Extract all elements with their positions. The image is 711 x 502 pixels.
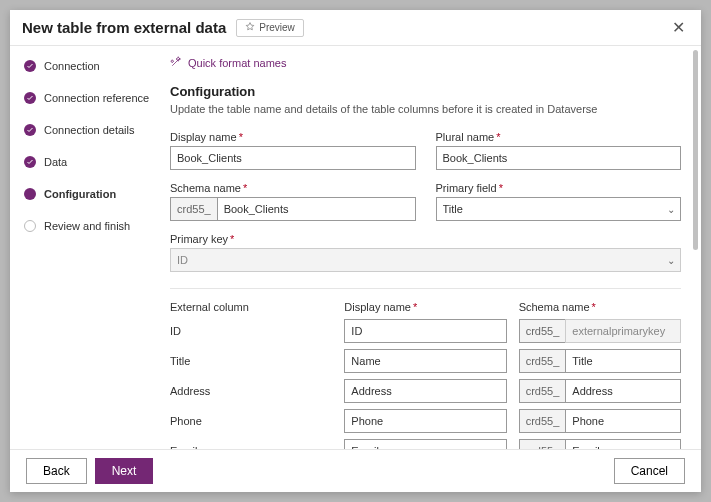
schema-name-label: Schema name* bbox=[170, 182, 416, 194]
col-head-schema: Schema name* bbox=[519, 301, 681, 313]
schema-prefix: crd55_ bbox=[519, 409, 566, 433]
step-label: Connection details bbox=[44, 124, 135, 136]
display-name-input[interactable] bbox=[170, 146, 416, 170]
step-label: Connection reference bbox=[44, 92, 149, 104]
column-schema-name-input bbox=[565, 319, 681, 343]
content: Quick format names Configuration Update … bbox=[160, 46, 701, 449]
cancel-button[interactable]: Cancel bbox=[614, 458, 685, 484]
next-button[interactable]: Next bbox=[95, 458, 154, 484]
schema-prefix: crd55_ bbox=[519, 439, 566, 449]
check-icon bbox=[24, 60, 36, 72]
schema-prefix: crd55_ bbox=[170, 197, 217, 221]
step-connection-reference[interactable]: Connection reference bbox=[24, 92, 150, 104]
primary-field-label: Primary field* bbox=[436, 182, 682, 194]
column-schema-name-input[interactable] bbox=[565, 349, 681, 373]
column-schema-name-input[interactable] bbox=[565, 379, 681, 403]
close-icon: ✕ bbox=[672, 19, 685, 36]
column-row: Addresscrd55_ bbox=[170, 379, 681, 403]
preview-button[interactable]: Preview bbox=[236, 19, 304, 37]
column-row: Titlecrd55_ bbox=[170, 349, 681, 373]
quick-format-label: Quick format names bbox=[188, 57, 286, 69]
column-schema-name-input[interactable] bbox=[565, 409, 681, 433]
column-row: IDcrd55_ bbox=[170, 319, 681, 343]
step-connection-details[interactable]: Connection details bbox=[24, 124, 150, 136]
footer: Back Next Cancel bbox=[10, 449, 701, 492]
check-icon bbox=[24, 156, 36, 168]
back-button[interactable]: Back bbox=[26, 458, 87, 484]
column-display-name-input[interactable] bbox=[344, 439, 506, 449]
column-row: Phonecrd55_ bbox=[170, 409, 681, 433]
column-display-name-input[interactable] bbox=[344, 379, 506, 403]
external-column-name: ID bbox=[170, 321, 332, 341]
column-display-name-input[interactable] bbox=[344, 409, 506, 433]
plural-name-input[interactable] bbox=[436, 146, 682, 170]
plural-name-label: Plural name* bbox=[436, 131, 682, 143]
close-button[interactable]: ✕ bbox=[668, 18, 689, 37]
step-label: Configuration bbox=[44, 188, 116, 200]
col-head-display: Display name* bbox=[344, 301, 506, 313]
step-label: Connection bbox=[44, 60, 100, 72]
columns-header: External column Display name* Schema nam… bbox=[170, 301, 681, 313]
step-label: Review and finish bbox=[44, 220, 130, 232]
schema-prefix: crd55_ bbox=[519, 379, 566, 403]
primary-key-select bbox=[170, 248, 681, 272]
external-column-name: Title bbox=[170, 351, 332, 371]
column-row: Emailcrd55_ bbox=[170, 439, 681, 449]
preview-icon bbox=[245, 22, 255, 34]
step-label: Data bbox=[44, 156, 67, 168]
column-schema-name-input[interactable] bbox=[565, 439, 681, 449]
schema-name-input[interactable] bbox=[217, 197, 416, 221]
column-display-name-input[interactable] bbox=[344, 349, 506, 373]
stepper: ConnectionConnection referenceConnection… bbox=[10, 46, 160, 449]
section-description: Update the table name and details of the… bbox=[170, 103, 681, 115]
preview-label: Preview bbox=[259, 22, 295, 33]
check-icon bbox=[24, 124, 36, 136]
primary-key-label: Primary key* bbox=[170, 233, 681, 245]
primary-field-select[interactable] bbox=[436, 197, 682, 221]
step-connection[interactable]: Connection bbox=[24, 60, 150, 72]
step-data[interactable]: Data bbox=[24, 156, 150, 168]
dialog-title: New table from external data bbox=[22, 19, 226, 36]
titlebar: New table from external data Preview ✕ bbox=[10, 10, 701, 46]
schema-prefix: crd55_ bbox=[519, 349, 566, 373]
step-configuration[interactable]: Configuration bbox=[24, 188, 150, 200]
check-icon bbox=[24, 92, 36, 104]
wand-icon bbox=[170, 56, 182, 70]
external-column-name: Address bbox=[170, 381, 332, 401]
schema-prefix: crd55_ bbox=[519, 319, 566, 343]
dialog: New table from external data Preview ✕ C… bbox=[10, 10, 701, 492]
external-column-name: Email bbox=[170, 441, 332, 449]
section-title: Configuration bbox=[170, 84, 681, 99]
current-step-icon bbox=[24, 188, 36, 200]
separator bbox=[170, 288, 681, 289]
external-column-name: Phone bbox=[170, 411, 332, 431]
future-step-icon bbox=[24, 220, 36, 232]
col-head-external: External column bbox=[170, 301, 332, 313]
display-name-label: Display name* bbox=[170, 131, 416, 143]
quick-format-names[interactable]: Quick format names bbox=[170, 56, 681, 70]
column-display-name-input[interactable] bbox=[344, 319, 506, 343]
step-review-and-finish[interactable]: Review and finish bbox=[24, 220, 150, 232]
dialog-body: ConnectionConnection referenceConnection… bbox=[10, 46, 701, 449]
